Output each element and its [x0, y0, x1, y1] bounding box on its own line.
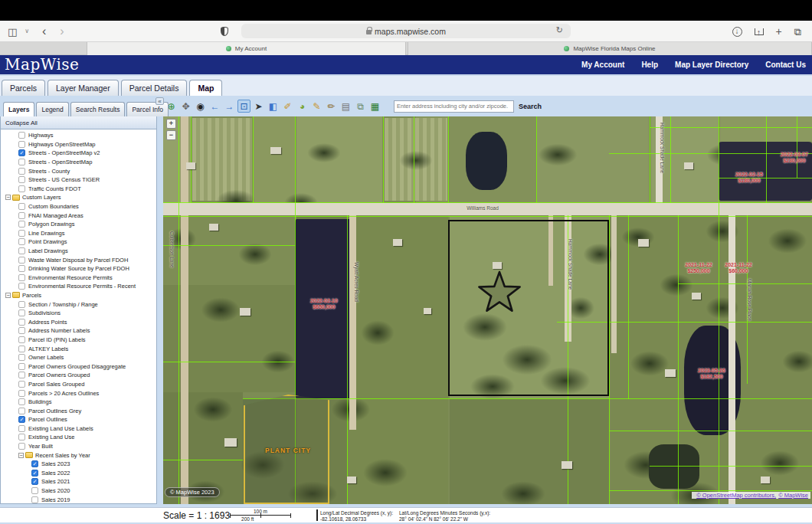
copy-map-icon[interactable]: ⧉ — [354, 100, 367, 113]
layer-folder[interactable]: −Recent Sales by Year — [1, 450, 156, 460]
layer-checkbox[interactable] — [18, 327, 25, 334]
address-search-input[interactable] — [394, 100, 514, 113]
browser-tab-my-account[interactable]: My Account — [87, 42, 406, 55]
search-button[interactable]: Search — [519, 103, 542, 110]
layer-checkbox[interactable] — [18, 176, 25, 183]
layer-row[interactable]: ✓Sales 2021 — [1, 477, 156, 486]
layer-label[interactable]: Environmental Resource Permits - Recent — [28, 283, 136, 290]
layer-label[interactable]: Highways — [28, 132, 54, 139]
layer-row[interactable]: Streets - US Census TIGER — [1, 175, 156, 185]
export-image-icon[interactable]: ▦ — [368, 100, 381, 113]
share-icon[interactable]: ↑ — [755, 28, 764, 35]
layer-checkbox[interactable] — [18, 221, 25, 228]
layer-row[interactable]: ✓Sales 2023 — [1, 460, 156, 469]
layer-label[interactable]: Waste Water Disposal by Parcel FDOH — [28, 257, 128, 264]
layer-label[interactable]: Owner Labels — [28, 354, 64, 361]
layer-checkbox[interactable] — [31, 487, 38, 494]
layer-row[interactable]: Year Built — [1, 442, 156, 451]
previous-extent-icon[interactable]: ← — [208, 100, 221, 113]
layer-label[interactable]: Environmental Resource Permits — [28, 274, 113, 281]
select-pointer-icon[interactable]: ➤ — [252, 100, 265, 113]
layer-checkbox[interactable] — [18, 212, 25, 219]
map-canvas[interactable]: PLANT CITY + − © MapWise 2023 © OpenStre… — [163, 116, 812, 504]
layer-label[interactable]: Existing Land Use — [28, 434, 74, 440]
layer-row[interactable]: FNAI Managed Areas — [1, 211, 156, 220]
layer-label[interactable]: Custom Layers — [22, 194, 61, 201]
layer-row[interactable]: Existing Land Use Labels — [1, 424, 156, 434]
layer-row[interactable]: Polygon Drawings — [1, 220, 156, 229]
layer-row[interactable]: Section / Township / Range — [1, 300, 156, 309]
layer-label[interactable]: Label Drawings — [28, 247, 68, 254]
layer-label[interactable]: Sales 2022 — [41, 470, 70, 477]
layer-checkbox[interactable] — [18, 408, 25, 414]
layer-row[interactable]: Waste Water Disposal by Parcel FDOH — [1, 255, 156, 264]
layer-row[interactable]: ✓Sales 2022 — [1, 469, 156, 478]
back-icon[interactable]: ‹ — [42, 25, 46, 38]
layer-label[interactable]: Point Drawings — [28, 238, 67, 245]
layer-label[interactable]: Streets - OpenStreetMap v2 — [28, 149, 100, 156]
layer-label[interactable]: FNAI Managed Areas — [28, 212, 83, 219]
layer-label[interactable]: Traffic Counts FDOT — [28, 185, 81, 192]
layer-checkbox[interactable] — [18, 363, 25, 370]
layer-row[interactable]: Line Drawings — [1, 229, 156, 238]
address-bar[interactable]: maps.mapwise.com — [241, 24, 571, 38]
tab-overview-icon[interactable]: ⧉ — [794, 27, 801, 37]
layer-row[interactable]: Environmental Resource Permits - Recent — [1, 282, 156, 291]
select-window-icon[interactable]: ◧ — [267, 100, 280, 113]
sidebar-toggle-icon[interactable]: ◫ — [8, 27, 17, 37]
layer-row[interactable]: Existing Land Use — [1, 433, 156, 442]
layer-folder[interactable]: −Custom Layers — [1, 193, 156, 202]
layer-label[interactable]: Polygon Drawings — [28, 221, 74, 228]
sidebar-collapse-button[interactable]: « — [156, 97, 164, 105]
layer-row[interactable]: Sales 2019 — [1, 495, 156, 503]
layer-checkbox[interactable] — [18, 398, 25, 405]
layer-checkbox[interactable] — [18, 283, 25, 290]
sidebar-tab-legend[interactable]: Legend — [36, 102, 68, 116]
layer-label[interactable]: Parcel ID (PIN) Labels — [28, 336, 86, 343]
layer-checkbox[interactable] — [18, 381, 25, 388]
draw-icon[interactable]: ✏ — [325, 100, 338, 113]
layer-folder[interactable]: −Parcels — [1, 291, 156, 300]
pan-icon[interactable]: ✥ — [179, 100, 192, 113]
layer-row[interactable]: Point Drawings — [1, 237, 156, 247]
layer-label[interactable]: Streets - OpenStreetMap — [28, 159, 92, 165]
zoom-out-button[interactable]: − — [166, 130, 176, 140]
layer-row[interactable]: Streets - County — [1, 166, 156, 175]
layer-row[interactable]: Parcel ID (PIN) Labels — [1, 336, 156, 345]
browser-tab-mapwise[interactable]: MapWise Florida Maps Online — [408, 42, 812, 55]
layer-checkbox[interactable] — [18, 159, 25, 165]
layer-row[interactable]: ✓Streets - OpenStreetMap v2 — [1, 149, 156, 158]
header-nav-help[interactable]: Help — [641, 61, 658, 69]
layer-row[interactable]: Address Points — [1, 317, 156, 326]
layer-checkbox[interactable]: ✓ — [18, 416, 25, 423]
layer-row[interactable]: Parcel Sales Grouped — [1, 380, 156, 389]
sidebar-tab-layers[interactable]: Layers — [3, 102, 34, 116]
layer-label[interactable]: Parcel Owners Grouped — [28, 372, 90, 378]
sidebar-tab-search-results[interactable]: Search Results — [70, 102, 126, 116]
layer-row[interactable]: Environmental Resource Permits — [1, 273, 156, 283]
layer-label[interactable]: Parcels > 20 Acres Outlines — [28, 390, 99, 397]
layer-row[interactable]: Address Number Labels — [1, 326, 156, 336]
expander-icon[interactable]: − — [18, 453, 24, 458]
layer-checkbox[interactable] — [18, 390, 25, 397]
layer-label[interactable]: Address Points — [28, 319, 67, 326]
layer-checkbox[interactable] — [18, 203, 25, 210]
mapwise-logo[interactable]: MapWise — [5, 55, 79, 74]
layer-label[interactable]: Parcel Outlines — [28, 416, 67, 423]
expander-icon[interactable]: − — [5, 293, 11, 298]
layer-checkbox[interactable] — [18, 257, 25, 264]
zoom-full-extent-icon[interactable]: ◉ — [194, 100, 207, 113]
layer-label[interactable]: Custom Boundaries — [28, 203, 79, 210]
mapwise-attribution-link[interactable]: © MapWise — [778, 492, 808, 499]
layer-label[interactable]: Sales 2019 — [41, 496, 70, 503]
layer-checkbox[interactable] — [18, 168, 25, 175]
chevron-down-icon[interactable]: ∨ — [25, 28, 29, 34]
tab-parcel-details[interactable]: Parcel Details — [121, 80, 188, 96]
layer-label[interactable]: Line Drawings — [28, 230, 65, 237]
layer-row[interactable]: Sales 2020 — [1, 486, 156, 496]
layer-checkbox[interactable]: ✓ — [31, 470, 38, 477]
new-tab-icon[interactable]: + — [776, 26, 782, 37]
privacy-shield-icon[interactable] — [221, 27, 228, 36]
header-nav-map-layer-directory[interactable]: Map Layer Directory — [675, 61, 748, 69]
layer-label[interactable]: Drinking Water Source by Parcel FDOH — [28, 265, 129, 272]
